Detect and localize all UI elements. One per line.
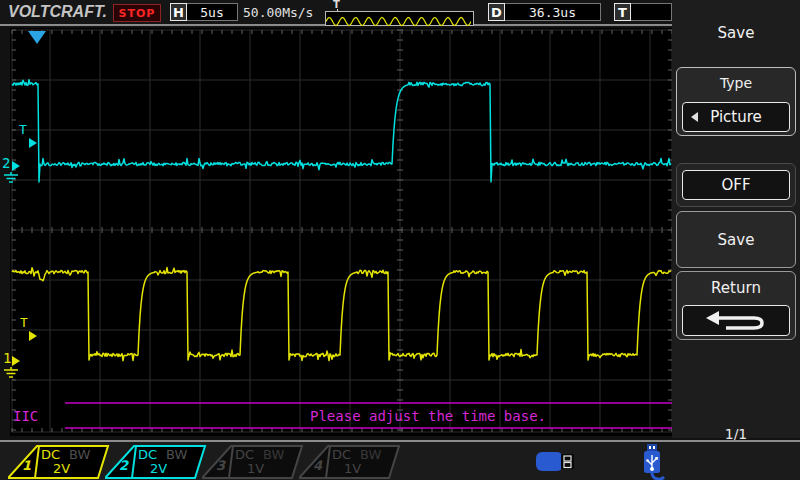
menu-title: Save [672, 24, 800, 42]
ch1-trigger-arrow-icon [29, 331, 37, 341]
return-arrow-icon [704, 311, 768, 331]
channel-3-coupling: DC [235, 449, 254, 461]
ch2-trigger-letter: T [19, 122, 27, 137]
brand-logo: VOLTCRAFT. [8, 3, 107, 21]
oscilloscope-screen: VOLTCRAFT. STOP H 5us 50.00Ms/s T D 36.3… [0, 0, 800, 480]
channel-3-scale: 1V [247, 463, 264, 475]
ch1-ground-icon [3, 367, 19, 378]
channel-4-scale: 1V [344, 463, 361, 475]
channel-1-scale: 2V [53, 463, 70, 475]
delay-label: D [488, 3, 505, 21]
graticule-and-traces [10, 28, 674, 436]
chevron-left-icon [691, 112, 698, 122]
bus-decode-message: Please adjust the time base. [310, 408, 546, 424]
waveform-display [10, 28, 674, 436]
bus-decode-label: IIC [13, 408, 38, 424]
channel-2-coupling: DC [138, 449, 157, 461]
save-button[interactable]: Save [676, 211, 796, 268]
channel-3-number: 3 [216, 460, 225, 472]
channel-2-number: 2 [119, 460, 128, 472]
usb-device-icon [638, 444, 668, 480]
run-state-badge: STOP [113, 4, 161, 22]
type-label: Type [677, 75, 795, 91]
usb-drive-icon [536, 450, 578, 474]
channel-3-tab[interactable]: 3 DC BW 1V [202, 442, 312, 480]
trigger-label: T [614, 3, 631, 21]
delay-value: 36.3us [505, 3, 601, 21]
ch1-zero-marker[interactable]: 1 [3, 352, 11, 365]
delay-box: D 36.3us [488, 3, 601, 21]
ch2-trigger-arrow-icon [29, 138, 37, 148]
ch2-trigger-marker[interactable]: T [19, 123, 27, 136]
channel-2-bandwidth: BW [166, 449, 187, 461]
channel-2-scale: 2V [150, 463, 167, 475]
ch1-trigger-letter: T [20, 315, 28, 330]
channel-1-bandwidth: BW [69, 449, 90, 461]
softkey-menu: Save Type Picture Screen Inverted OFF Sa… [672, 0, 800, 438]
channel-status-bar: 1 DC BW 2V 2 DC BW 2V 3 DC BW 1V 4 DC BW… [0, 440, 800, 480]
channel-4-coupling: DC [332, 449, 351, 461]
trigger-level-box: T [614, 3, 672, 21]
ch2-zero-number: 2 [2, 155, 10, 171]
top-status-bar: VOLTCRAFT. STOP H 5us 50.00Ms/s T D 36.3… [0, 0, 672, 26]
ch1-trigger-marker[interactable]: T [20, 316, 28, 329]
channel-1-coupling: DC [41, 449, 60, 461]
channel-3-bandwidth: BW [263, 449, 284, 461]
timebase-label: H [170, 3, 187, 21]
timebase-value: 5us [187, 3, 238, 21]
type-value: Picture [710, 108, 762, 126]
menu-item-type[interactable]: Type Picture [676, 67, 796, 136]
menu-item-screen-inverted[interactable]: OFF [676, 163, 796, 207]
screen-inverted-value-box[interactable]: OFF [682, 170, 790, 200]
channel-2-tab[interactable]: 2 DC BW 2V [105, 442, 215, 480]
ch2-zero-arrow-icon [12, 161, 20, 171]
ch2-zero-marker[interactable]: 2 [2, 157, 10, 170]
return-label: Return [677, 279, 795, 297]
sample-rate: 50.00Ms/s [243, 5, 313, 20]
type-value-box[interactable]: Picture [682, 102, 790, 132]
ch2-ground-icon [3, 172, 19, 183]
channel-4-number: 4 [313, 460, 322, 472]
return-button[interactable]: Return [676, 271, 796, 340]
return-icon-box[interactable] [682, 305, 790, 336]
waveform-preview-icon [326, 16, 471, 27]
channel-1-number: 1 [22, 460, 31, 472]
ch1-zero-number: 1 [3, 350, 11, 366]
channel-1-tab[interactable]: 1 DC BW 2V [8, 442, 118, 480]
horizontal-timebase-box: H 5us [170, 3, 238, 21]
trigger-value [631, 3, 672, 21]
ch1-zero-arrow-icon [12, 356, 20, 366]
screen-inverted-value: OFF [721, 176, 750, 194]
channel-4-bandwidth: BW [360, 449, 381, 461]
channel-4-tab[interactable]: 4 DC BW 1V [299, 442, 409, 480]
trigger-position-indicator [325, 11, 474, 26]
